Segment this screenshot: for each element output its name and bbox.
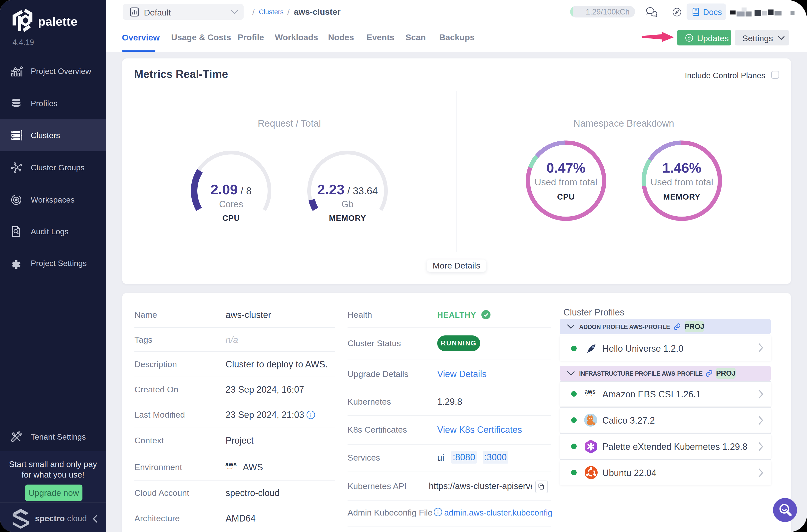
svg-text:aws: aws [225,461,237,468]
svg-text:aws: aws [585,388,596,395]
